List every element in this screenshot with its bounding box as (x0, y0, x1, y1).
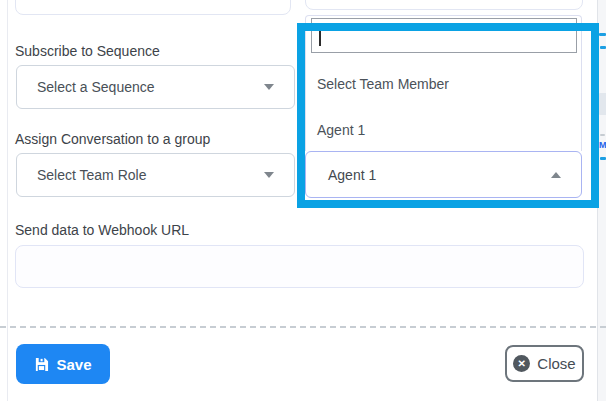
subscribe-sequence-value: Select a Sequence (17, 79, 264, 95)
caret-down-icon (264, 84, 274, 90)
webhook-url-input[interactable] (15, 245, 584, 288)
close-button[interactable]: ✕ Close (505, 345, 584, 382)
close-button-label: Close (537, 355, 575, 372)
page-fragment-dash (600, 46, 606, 49)
assign-group-value: Select Team Role (17, 167, 264, 183)
webhook-url-label: Send data to Webhook URL (15, 222, 189, 238)
page-fragment-dash (600, 157, 606, 160)
modal-left-border (7, 0, 8, 401)
top-left-input-partial[interactable] (15, 0, 291, 15)
caret-down-icon (264, 172, 274, 178)
page-fragment-dash (599, 33, 606, 36)
subscribe-sequence-select[interactable]: Select a Sequence (16, 65, 295, 109)
save-button-label: Save (56, 356, 91, 373)
assign-group-label: Assign Conversation to a group (15, 131, 210, 147)
highlight-box (297, 23, 599, 208)
top-right-input-partial[interactable] (305, 0, 583, 10)
assign-group-select[interactable]: Select Team Role (16, 153, 295, 197)
floppy-disk-icon (34, 357, 49, 372)
footer-divider (0, 326, 606, 328)
save-button[interactable]: Save (16, 344, 110, 384)
page-fragment-block (599, 93, 606, 115)
page-fragment-dash (600, 134, 605, 136)
modal-dialog: M Subscribe to Sequence Select a Sequenc… (0, 0, 606, 401)
subscribe-sequence-label: Subscribe to Sequence (15, 43, 160, 59)
circle-x-icon: ✕ (513, 355, 530, 372)
page-fragment-text: M (599, 140, 606, 150)
